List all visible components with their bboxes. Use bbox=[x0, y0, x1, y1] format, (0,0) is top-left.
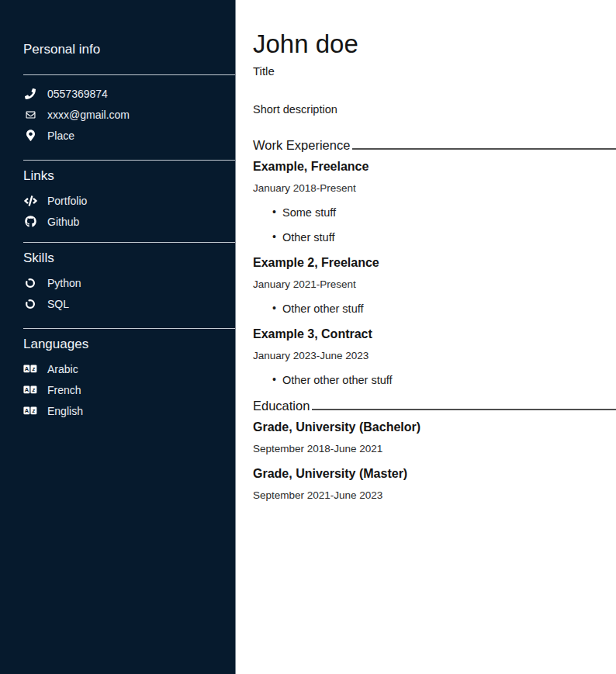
work-entry: Example, Freelance January 2018-Present … bbox=[253, 160, 616, 244]
bullet-item: Some stuff bbox=[253, 207, 616, 219]
portfolio-label: Portfolio bbox=[47, 195, 87, 207]
svg-text:z: z bbox=[32, 386, 36, 393]
divider bbox=[23, 160, 235, 161]
circle-notch-icon bbox=[23, 299, 37, 309]
resume-page: Personal info 0557369874 xxxx@gmail.com … bbox=[0, 0, 616, 674]
language-item: Az Arabic bbox=[23, 358, 235, 379]
entry-title: Example 3, Contract bbox=[253, 327, 616, 340]
entry-bullets: Other other other stuff bbox=[253, 375, 616, 386]
phone-icon bbox=[23, 88, 37, 99]
svg-text:A: A bbox=[25, 386, 29, 393]
skill-item: SQL bbox=[23, 293, 235, 314]
svg-text:A: A bbox=[25, 407, 29, 414]
entry-period: September 2018-June 2021 bbox=[253, 444, 616, 455]
work-entry: Example 3, Contract January 2023-June 20… bbox=[253, 327, 616, 386]
portfolio-link[interactable]: Portfolio bbox=[23, 190, 235, 211]
skills-heading: Skills bbox=[23, 251, 235, 266]
bullet-item: Other other stuff bbox=[253, 303, 616, 315]
heading-rule bbox=[312, 409, 616, 410]
links-heading: Links bbox=[23, 168, 235, 184]
entry-title: Example, Freelance bbox=[253, 160, 616, 173]
languages-section: Languages Az Arabic Az French Az English bbox=[23, 337, 235, 421]
divider bbox=[23, 242, 235, 243]
bullet-item: Other stuff bbox=[253, 232, 616, 244]
education-entry: Grade, University (Bachelor) September 2… bbox=[253, 420, 616, 455]
place-label: Place bbox=[47, 130, 74, 142]
skill-item: Python bbox=[23, 272, 235, 293]
entry-title: Example 2, Freelance bbox=[253, 256, 616, 269]
place-item: Place bbox=[23, 125, 235, 146]
github-label: Github bbox=[47, 216, 79, 228]
svg-text:z: z bbox=[32, 407, 36, 414]
skills-section: Skills Python SQL bbox=[23, 251, 235, 314]
email-address: xxxx@gmail.com bbox=[47, 109, 130, 121]
entry-period: January 2021-Present bbox=[253, 279, 616, 290]
github-icon bbox=[23, 216, 37, 227]
education-heading: Education bbox=[253, 399, 616, 413]
divider bbox=[23, 74, 235, 75]
map-marker-icon bbox=[23, 130, 37, 141]
phone-item: 0557369874 bbox=[23, 83, 235, 104]
phone-number: 0557369874 bbox=[47, 88, 108, 100]
svg-text:z: z bbox=[32, 365, 36, 372]
entry-bullets: Other other stuff bbox=[253, 303, 616, 315]
language-label: Arabic bbox=[47, 363, 78, 375]
entry-title: Grade, University (Bachelor) bbox=[253, 420, 616, 434]
entry-period: September 2021-June 2023 bbox=[253, 490, 616, 501]
languages-heading: Languages bbox=[23, 337, 235, 352]
contact-block: 0557369874 xxxx@gmail.com Place bbox=[23, 83, 235, 146]
entry-title: Grade, University (Master) bbox=[253, 467, 616, 480]
section-label: Work Experience bbox=[253, 138, 350, 153]
entry-period: January 2018-Present bbox=[253, 183, 616, 194]
email-item: xxxx@gmail.com bbox=[23, 104, 235, 125]
person-title: Title bbox=[253, 64, 616, 78]
short-description: Short description bbox=[253, 103, 616, 116]
language-label: French bbox=[47, 384, 81, 396]
language-icon: Az bbox=[23, 406, 37, 416]
work-entry: Example 2, Freelance January 2021-Presen… bbox=[253, 256, 616, 315]
sidebar: Personal info 0557369874 xxxx@gmail.com … bbox=[0, 0, 236, 674]
language-label: English bbox=[47, 405, 83, 417]
language-item: Az French bbox=[23, 379, 235, 400]
code-icon bbox=[23, 195, 37, 206]
language-icon: Az bbox=[23, 364, 37, 374]
work-experience-heading: Work Experience bbox=[253, 138, 616, 153]
personal-info-heading: Personal info bbox=[23, 42, 235, 57]
language-item: Az English bbox=[23, 400, 235, 421]
language-icon: Az bbox=[23, 385, 37, 395]
envelope-icon bbox=[23, 110, 37, 119]
entry-bullets: Some stuff Other stuff bbox=[253, 207, 616, 244]
links-section: Links Portfolio Github bbox=[23, 168, 235, 232]
circle-notch-icon bbox=[23, 278, 37, 289]
entry-period: January 2023-June 2023 bbox=[253, 351, 616, 361]
skill-label: Python bbox=[47, 277, 81, 289]
section-label: Education bbox=[253, 399, 310, 413]
education-entry: Grade, University (Master) September 202… bbox=[253, 467, 616, 501]
svg-text:A: A bbox=[25, 365, 29, 372]
person-name: John doe bbox=[253, 29, 616, 59]
skill-label: SQL bbox=[47, 298, 69, 310]
bullet-item: Other other other stuff bbox=[253, 375, 616, 386]
main-content: John doe Title Short description Work Ex… bbox=[236, 0, 616, 674]
github-link[interactable]: Github bbox=[23, 211, 235, 232]
heading-rule bbox=[352, 148, 616, 150]
divider bbox=[23, 328, 235, 329]
